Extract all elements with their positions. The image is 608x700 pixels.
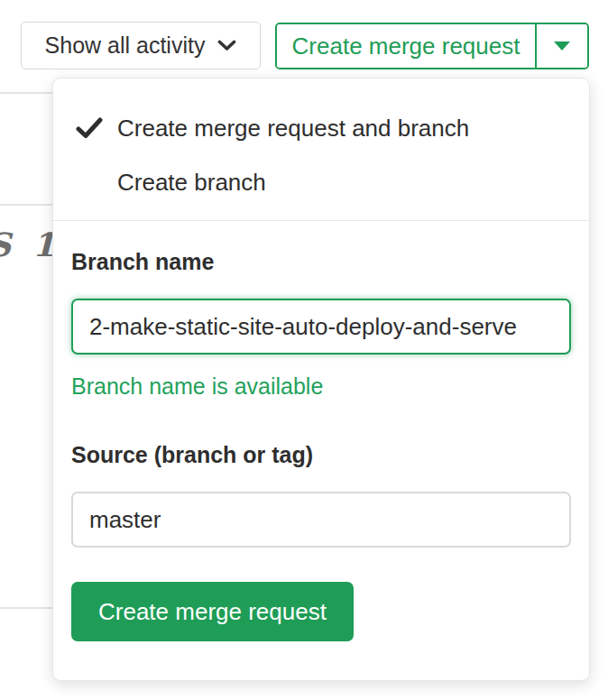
show-all-activity-button[interactable]: Show all activity — [21, 22, 261, 69]
caret-down-icon — [554, 41, 570, 51]
dropdown-option-list: Create merge request and branch Create b… — [53, 78, 589, 221]
background-divider-bottom — [0, 607, 52, 609]
source-label: Source (branch or tag) — [71, 441, 571, 468]
background-divider-middle — [0, 204, 52, 206]
create-merge-request-label: Create merge request — [292, 32, 520, 60]
background-partial-text: S — [0, 226, 11, 263]
create-merge-request-button[interactable]: Create merge request — [277, 24, 537, 68]
source-input[interactable] — [71, 492, 571, 548]
background-divider-top — [0, 92, 52, 94]
create-branch-form: Branch name Branch name is available Sou… — [53, 221, 589, 641]
option-create-branch[interactable]: Create branch — [53, 155, 589, 209]
chevron-down-icon — [217, 40, 236, 51]
option-label: Create branch — [117, 169, 266, 197]
submit-button-label: Create merge request — [98, 598, 327, 626]
create-merge-request-split-button: Create merge request — [275, 23, 589, 69]
branch-name-input[interactable] — [71, 299, 571, 355]
branch-name-available-message: Branch name is available — [71, 373, 571, 400]
check-icon — [76, 117, 106, 139]
create-merge-request-dropdown: Create merge request and branch Create b… — [52, 78, 590, 681]
create-merge-request-caret-button[interactable] — [537, 24, 587, 68]
option-create-merge-request-and-branch[interactable]: Create merge request and branch — [53, 101, 589, 155]
submit-create-merge-request-button[interactable]: Create merge request — [71, 582, 354, 641]
option-label: Create merge request and branch — [117, 115, 469, 143]
branch-name-label: Branch name — [71, 248, 571, 275]
show-all-activity-label: Show all activity — [45, 32, 206, 59]
